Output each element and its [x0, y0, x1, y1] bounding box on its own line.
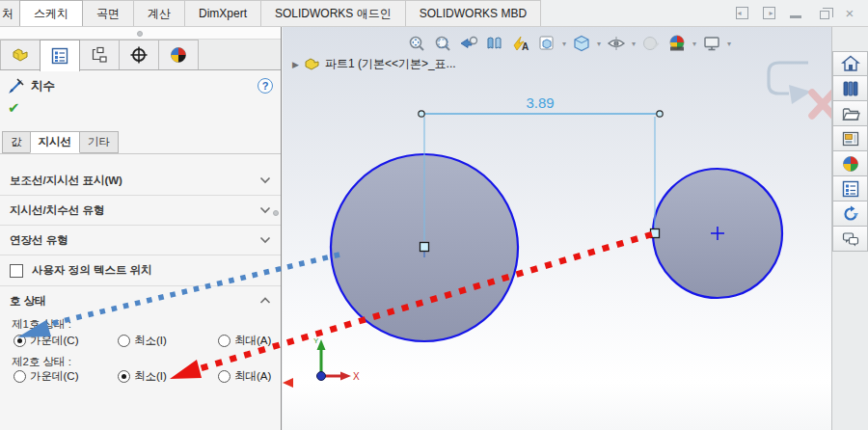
window-controls: ◂ ▸ × [735, 0, 868, 26]
restore-icon [820, 11, 829, 19]
expand-pane-right-button[interactable]: ▸ [762, 7, 775, 20]
zoom-area-button[interactable] [431, 32, 454, 55]
forum-button[interactable] [832, 227, 868, 252]
checkbox-label: 사용자 정의 텍스트 위치 [32, 263, 152, 278]
panel-resize-grip[interactable] [273, 210, 279, 216]
restore-button[interactable] [816, 7, 829, 20]
minimize-button[interactable] [789, 7, 802, 20]
radio-icon [14, 335, 26, 347]
radio-icon [118, 335, 130, 347]
collapse-pane-left-button[interactable]: ◂ [735, 7, 748, 20]
radio-label: 최대(A) [234, 334, 271, 348]
appearances-button[interactable] [832, 151, 868, 176]
tab-display-manager[interactable] [158, 40, 199, 69]
hide-show-items-button[interactable] [605, 32, 628, 55]
radio-second-max[interactable]: 최대(A) [218, 369, 271, 384]
tab-addins[interactable]: SOLIDWORKS 애드인 [260, 0, 406, 26]
display-style-button[interactable] [570, 32, 593, 55]
radio-first-center[interactable]: 가운데(C) [14, 334, 78, 348]
previous-view-button[interactable] [457, 32, 480, 55]
graphics-viewport[interactable]: A ▾ ▾ [283, 27, 831, 430]
ok-check-icon[interactable]: ✔ [8, 99, 20, 117]
splitter-handle-icon[interactable] [137, 31, 143, 37]
sketch-circle-large[interactable] [331, 154, 518, 341]
radio-first-max[interactable]: 최대(A) [218, 334, 271, 348]
radio-second-min[interactable]: 최소(I) [118, 369, 167, 384]
radio-icon [218, 335, 231, 347]
manager-tab-bar [0, 40, 281, 70]
attach-handle-center[interactable] [420, 243, 429, 252]
attach-handle-min[interactable] [651, 229, 660, 238]
view-palette-button[interactable] [832, 126, 868, 151]
sketch-circle-small[interactable] [653, 169, 782, 298]
confirmation-corner[interactable] [769, 63, 831, 116]
tab-sketch[interactable]: 스케치 [19, 0, 83, 26]
radio-label: 가운데(C) [30, 369, 78, 384]
subtab-value[interactable]: 값 [2, 131, 31, 153]
dropdown-caret-icon[interactable]: ▾ [692, 40, 696, 48]
help-button[interactable]: ? [258, 78, 273, 94]
custom-properties-button[interactable] [832, 176, 868, 202]
file-explorer-button[interactable] [832, 101, 868, 126]
section-label: 지시선/치수선 유형 [10, 203, 104, 218]
solidworks-resources-button[interactable] [832, 202, 868, 227]
view-settings-button[interactable] [700, 32, 723, 55]
solidworks-window: 처 스케치 곡면 계산 DimXpert SOLIDWORKS 애드인 SOLI… [0, 0, 868, 430]
section-extension-line-style[interactable]: 연장선 유형 [0, 226, 281, 255]
dimension-3-89[interactable]: 3.89 [419, 94, 663, 257]
dropdown-caret-icon[interactable]: ▾ [632, 40, 636, 48]
circle-center-mark[interactable] [711, 227, 724, 240]
tab-dimxpert[interactable]: DimXpert [184, 0, 261, 26]
dropdown-caret-icon[interactable]: ▾ [562, 40, 566, 48]
section-label: 보조선/지시선 표시(W) [10, 174, 122, 188]
tab-property-manager[interactable] [40, 40, 80, 71]
edit-appearance-button[interactable] [639, 32, 663, 55]
display-sphere-icon [169, 45, 188, 65]
design-library-button[interactable] [832, 76, 868, 101]
section-leader-dimline-style[interactable]: 지시선/치수선 유형 [0, 196, 281, 226]
tab-evaluate[interactable]: 계산 [133, 0, 185, 26]
view-orientation-button[interactable] [535, 32, 558, 55]
dropdown-caret-icon[interactable]: ▾ [727, 40, 731, 48]
tab-dimxpert-manager[interactable] [119, 40, 159, 69]
confirm-row: ✔ [0, 97, 281, 119]
panel-splitter[interactable] [0, 27, 281, 40]
radio-icon [118, 370, 130, 383]
chevron-down-icon [259, 236, 271, 244]
tab-surfaces[interactable]: 곡면 [82, 0, 134, 26]
y-axis-label: Y [313, 336, 319, 345]
subtab-leaders[interactable]: 지시선 [30, 131, 81, 153]
svg-text:A: A [522, 41, 529, 52]
dimension-value[interactable]: 3.89 [526, 94, 554, 111]
x-axis-arrow-icon [340, 372, 351, 381]
custom-text-position-checkbox[interactable] [10, 264, 23, 278]
dropdown-caret-icon[interactable]: ▾ [597, 40, 601, 48]
section-witness-leader-display[interactable]: 보조선/지시선 표시(W) [0, 166, 281, 196]
tab-mbd[interactable]: SOLIDWORKS MBD [405, 0, 541, 26]
radio-second-center[interactable]: 가운데(C) [14, 369, 78, 384]
dimension-tool-icon [8, 77, 25, 94]
zoom-fit-button[interactable] [405, 32, 428, 55]
sketch-annotation-button[interactable]: A [509, 32, 532, 55]
arc-section-label: 호 상태 [10, 294, 46, 309]
eye-icon [607, 34, 626, 53]
feature-tree-item[interactable]: ▶ 파트1 (기본<<기본>_표... [292, 56, 456, 72]
section-view-button[interactable] [483, 32, 506, 55]
tab-configuration-manager[interactable] [79, 40, 120, 69]
radio-first-min[interactable]: 최소(I) [118, 334, 167, 348]
configuration-icon [90, 45, 109, 65]
section-arc-condition[interactable]: 호 상태 [0, 286, 281, 315]
view-settings-icon [702, 34, 721, 53]
dimension-handle-right[interactable] [657, 111, 663, 117]
view-orientation-icon [537, 34, 556, 53]
tab-features[interactable]: 처 [0, 0, 20, 26]
apply-scene-button[interactable] [665, 32, 689, 55]
display-style-icon [572, 34, 591, 53]
dimension-handle-left[interactable] [419, 111, 424, 117]
tree-expand-caret-icon[interactable]: ▶ [292, 60, 299, 69]
tab-feature-manager[interactable] [0, 40, 41, 69]
chevron-down-icon [259, 176, 271, 184]
home-button[interactable] [832, 51, 868, 76]
close-button[interactable]: × [843, 7, 856, 20]
subtab-other[interactable]: 기타 [79, 131, 119, 153]
